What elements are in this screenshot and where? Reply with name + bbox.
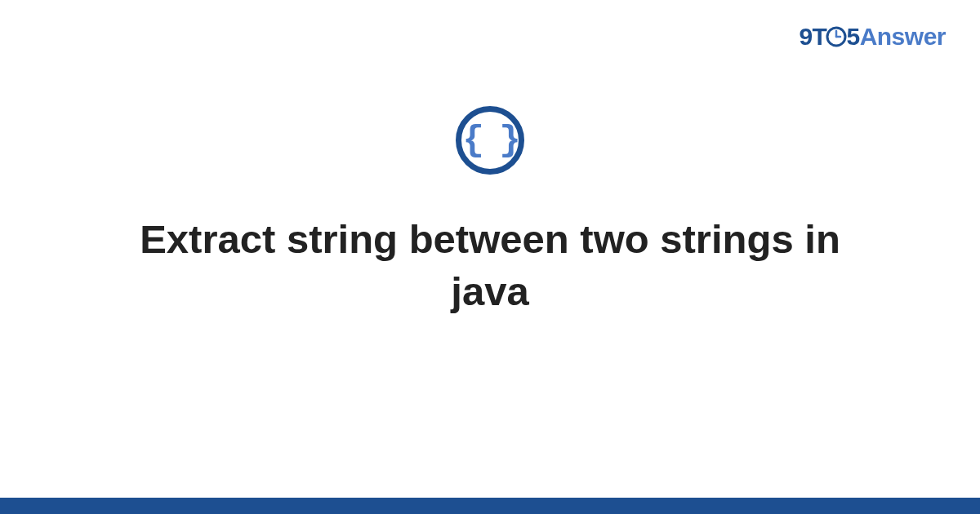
logo-text-9t: 9T [799, 23, 826, 50]
logo-text-answer: Answer [860, 23, 946, 50]
page-title: Extract string between two strings in ja… [82, 214, 898, 317]
main-content: { } Extract string between two strings i… [0, 106, 980, 317]
footer-accent-bar [0, 498, 980, 514]
code-braces-icon: { } [462, 122, 517, 158]
category-icon-circle: { } [456, 106, 524, 175]
logo-clock-icon [826, 26, 847, 47]
site-logo: 9T5Answer [799, 23, 946, 51]
logo-text-5: 5 [846, 23, 859, 50]
